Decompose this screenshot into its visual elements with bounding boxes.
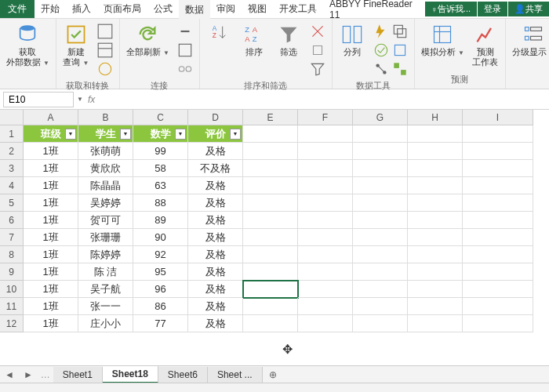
- cell[interactable]: 1班: [24, 160, 78, 177]
- login-button[interactable]: 登录: [478, 2, 507, 16]
- cell[interactable]: 张萌萌: [78, 143, 133, 160]
- cell[interactable]: [243, 246, 298, 263]
- tab-formulas[interactable]: 公式: [147, 0, 179, 19]
- cell[interactable]: [353, 194, 408, 212]
- cell[interactable]: [463, 263, 533, 281]
- tab-dev[interactable]: 开发工具: [273, 0, 323, 19]
- cell[interactable]: [243, 263, 298, 281]
- table-header[interactable]: 学生▼: [78, 125, 133, 143]
- outline-button[interactable]: 分级显示 ▼: [511, 22, 549, 59]
- cell[interactable]: [298, 281, 353, 298]
- data-model-button[interactable]: [391, 60, 409, 78]
- cell[interactable]: 1班: [24, 298, 78, 315]
- row-header[interactable]: 2: [0, 143, 24, 160]
- cell[interactable]: 及格: [188, 194, 243, 212]
- cell[interactable]: [243, 229, 298, 246]
- cell[interactable]: 1班: [24, 315, 78, 332]
- cell[interactable]: [353, 281, 408, 298]
- get-external-data-button[interactable]: 获取外部数据 ▼: [5, 22, 51, 69]
- cell[interactable]: [353, 246, 408, 263]
- fx-icon[interactable]: fx: [83, 94, 100, 105]
- sheet-nav-next[interactable]: ►: [19, 369, 38, 380]
- cell[interactable]: [463, 177, 533, 194]
- sheet-tab[interactable]: Sheet ...: [208, 367, 263, 383]
- share-button[interactable]: 👤 共享: [508, 2, 549, 16]
- cell[interactable]: 1班: [24, 229, 78, 246]
- whatif-button[interactable]: 模拟分析 ▼: [420, 22, 466, 59]
- row-header[interactable]: 8: [0, 246, 24, 263]
- cell[interactable]: [463, 246, 533, 263]
- col-header-A[interactable]: A: [24, 110, 78, 125]
- select-all-corner[interactable]: [0, 110, 24, 125]
- sheet-nav-prev[interactable]: ◄: [0, 369, 19, 380]
- cell[interactable]: [243, 315, 298, 332]
- col-header-D[interactable]: D: [188, 110, 243, 125]
- filter-dropdown-icon[interactable]: ▼: [230, 129, 241, 140]
- row-header[interactable]: 10: [0, 281, 24, 298]
- sort-az-button[interactable]: AZ: [205, 22, 235, 42]
- relationships-button[interactable]: [373, 60, 390, 78]
- cell[interactable]: 1班: [24, 263, 78, 281]
- cell[interactable]: [408, 246, 463, 263]
- tab-home[interactable]: 开始: [35, 0, 66, 19]
- cell[interactable]: 及格: [188, 263, 243, 281]
- cell[interactable]: [298, 177, 353, 194]
- cell[interactable]: 63: [133, 177, 188, 194]
- col-header-I[interactable]: I: [463, 110, 533, 125]
- cell[interactable]: [463, 160, 533, 177]
- cell[interactable]: 张珊珊: [78, 229, 133, 246]
- cell[interactable]: 吴婷婷: [78, 194, 133, 212]
- cell[interactable]: 庄小小: [78, 315, 133, 332]
- row-header[interactable]: 4: [0, 177, 24, 194]
- consolidate-button[interactable]: [391, 42, 409, 59]
- cell[interactable]: [408, 212, 463, 229]
- cell[interactable]: [243, 143, 298, 160]
- cell[interactable]: [298, 160, 353, 177]
- table-header[interactable]: 评价▼: [188, 125, 243, 143]
- row-header[interactable]: 7: [0, 229, 24, 246]
- forecast-button[interactable]: 预测工作表: [471, 22, 500, 69]
- row-header[interactable]: 3: [0, 160, 24, 177]
- cell[interactable]: [408, 315, 463, 332]
- clear-filter-button[interactable]: [309, 23, 326, 40]
- text-to-columns-button[interactable]: 分列: [337, 22, 367, 59]
- new-sheet-button[interactable]: ⊕: [263, 369, 283, 380]
- row-header[interactable]: 5: [0, 194, 24, 212]
- row-header-1[interactable]: 1: [0, 125, 24, 143]
- show-queries-button[interactable]: [96, 23, 114, 40]
- row-header[interactable]: 12: [0, 315, 24, 332]
- cell[interactable]: 1班: [24, 212, 78, 229]
- cell[interactable]: [408, 143, 463, 160]
- flash-fill-button[interactable]: [373, 23, 390, 40]
- cell[interactable]: 1班: [24, 194, 78, 212]
- new-query-button[interactable]: 新建查询 ▼: [61, 22, 91, 69]
- cell[interactable]: [463, 143, 533, 160]
- tab-layout[interactable]: 页面布局: [97, 0, 147, 19]
- col-header-G[interactable]: G: [353, 110, 408, 125]
- cell[interactable]: 1班: [24, 177, 78, 194]
- cell[interactable]: [408, 177, 463, 194]
- col-header-B[interactable]: B: [78, 110, 133, 125]
- cell[interactable]: 92: [133, 246, 188, 263]
- cell[interactable]: 1班: [24, 281, 78, 298]
- cell[interactable]: 陈婷婷: [78, 246, 133, 263]
- cell[interactable]: 1班: [24, 143, 78, 160]
- cell[interactable]: 及格: [188, 281, 243, 298]
- cell[interactable]: 吴子航: [78, 281, 133, 298]
- tab-data[interactable]: 数据: [179, 0, 210, 20]
- cell[interactable]: 陈 洁: [78, 263, 133, 281]
- cell[interactable]: [408, 281, 463, 298]
- recent-sources-button[interactable]: [96, 60, 114, 78]
- table-header[interactable]: 班级▼: [24, 125, 78, 143]
- properties-button[interactable]: [176, 42, 194, 59]
- cell[interactable]: [463, 125, 533, 143]
- cell[interactable]: 及格: [188, 229, 243, 246]
- tab-view[interactable]: 视图: [242, 0, 273, 19]
- col-header-E[interactable]: E: [243, 110, 298, 125]
- reapply-button[interactable]: [309, 42, 326, 59]
- cell[interactable]: [353, 315, 408, 332]
- tell-me[interactable]: ♀ 告诉我...: [425, 2, 477, 16]
- cell[interactable]: [298, 229, 353, 246]
- sort-button[interactable]: ZAAZ 排序: [239, 22, 269, 59]
- cell[interactable]: 99: [133, 143, 188, 160]
